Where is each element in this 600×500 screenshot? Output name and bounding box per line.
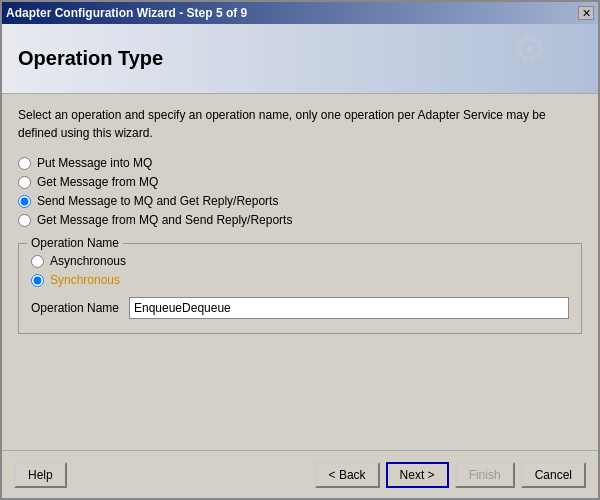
operation-type-radio-group: Put Message into MQ Get Message from MQ … [18,156,582,227]
sync-label: Synchronous [50,273,120,287]
next-button[interactable]: Next > [386,462,449,488]
async-label: Asynchronous [50,254,126,268]
footer-right: < Back Next > Finish Cancel [315,462,586,488]
radio-send-label: Send Message to MQ and Get Reply/Reports [37,194,278,208]
wizard-window: Adapter Configuration Wizard - Step 5 of… [0,0,600,500]
op-name-label: Operation Name [31,301,121,315]
radio-getreply-label: Get Message from MQ and Send Reply/Repor… [37,213,292,227]
operation-name-legend: Operation Name [27,236,123,250]
operation-name-row: Operation Name [31,297,569,319]
header-band: Operation Type ⚙ [2,24,598,94]
radio-item-getreply[interactable]: Get Message from MQ and Send Reply/Repor… [18,213,582,227]
operation-name-group: Operation Name Asynchronous Synchronous … [18,243,582,334]
close-button[interactable]: ✕ [578,6,594,20]
gear-icon: ⚙ [512,26,582,91]
radio-send[interactable] [18,195,31,208]
sync-radio-item[interactable]: Synchronous [31,273,569,287]
async-radio-item[interactable]: Asynchronous [31,254,569,268]
back-button[interactable]: < Back [315,462,380,488]
radio-async[interactable] [31,255,44,268]
radio-put-label: Put Message into MQ [37,156,152,170]
operation-name-input[interactable] [129,297,569,319]
radio-getreply[interactable] [18,214,31,227]
footer-left: Help [14,462,67,488]
title-bar: Adapter Configuration Wizard - Step 5 of… [2,2,598,24]
radio-item-send[interactable]: Send Message to MQ and Get Reply/Reports [18,194,582,208]
description-text: Select an operation and specify an opera… [18,106,582,142]
cancel-button[interactable]: Cancel [521,462,586,488]
radio-item-get[interactable]: Get Message from MQ [18,175,582,189]
radio-sync[interactable] [31,274,44,287]
radio-get[interactable] [18,176,31,189]
sync-radio-group: Asynchronous Synchronous [31,254,569,287]
page-title: Operation Type [18,47,163,70]
title-bar-text: Adapter Configuration Wizard - Step 5 of… [6,6,247,20]
help-button[interactable]: Help [14,462,67,488]
radio-put[interactable] [18,157,31,170]
content-area: Select an operation and specify an opera… [2,94,598,450]
radio-item-put[interactable]: Put Message into MQ [18,156,582,170]
footer: Help < Back Next > Finish Cancel [2,450,598,498]
radio-get-label: Get Message from MQ [37,175,158,189]
finish-button[interactable]: Finish [455,462,515,488]
